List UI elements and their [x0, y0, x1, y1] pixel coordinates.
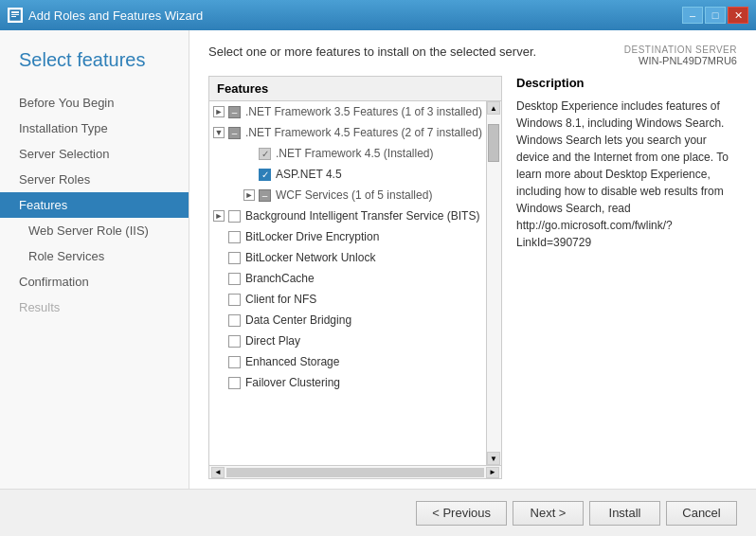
bottom-bar: < Previous Next > Install Cancel [0, 489, 756, 536]
list-item[interactable]: Data Center Bridging [209, 310, 486, 331]
list-item[interactable]: ► Background Intelligent Transfer Servic… [209, 205, 486, 226]
close-button[interactable]: ✕ [728, 7, 748, 24]
scroll-right-button[interactable]: ► [486, 467, 499, 478]
sidebar: Select features Before You Begin Install… [0, 30, 189, 489]
feature-checkbox[interactable]: ✓ [259, 148, 271, 160]
sidebar-item-server-selection[interactable]: Server Selection [0, 141, 189, 167]
list-item[interactable]: Direct Play [209, 331, 486, 351]
feature-checkbox[interactable] [228, 273, 241, 285]
feature-checkbox[interactable] [228, 314, 241, 327]
list-item[interactable]: ▼ – .NET Framework 4.5 Features (2 of 7 … [209, 122, 486, 143]
header-description: Select one or more features to install o… [208, 45, 536, 59]
scroll-up-button[interactable]: ▲ [487, 101, 500, 115]
features-area: Features ► – .NET Framework 3.5 Features… [189, 76, 756, 489]
description-title: Description [516, 76, 737, 90]
feature-checkbox[interactable] [228, 335, 241, 348]
window-controls: – □ ✕ [682, 7, 748, 24]
install-button[interactable]: Install [589, 501, 660, 526]
scroll-track[interactable] [487, 115, 501, 452]
feature-checkbox[interactable] [228, 377, 241, 389]
expand-icon[interactable]: ► [243, 189, 255, 201]
right-content: Select one or more features to install o… [189, 30, 756, 489]
window-title: Add Roles and Features Wizard [28, 9, 203, 23]
feature-checkbox[interactable]: – [259, 189, 271, 202]
sidebar-item-confirmation[interactable]: Confirmation [0, 269, 189, 295]
feature-label: Failover Clustering [245, 376, 340, 389]
expand-icon[interactable]: ► [213, 106, 225, 117]
page-title: Select features [0, 40, 189, 90]
feature-label: .NET Framework 4.5 (Installed) [276, 147, 434, 160]
description-panel: Description Desktop Experience includes … [516, 76, 737, 479]
next-button[interactable]: Next > [513, 501, 584, 526]
feature-label: .NET Framework 4.5 Features (2 of 7 inst… [245, 126, 482, 139]
list-item[interactable]: Client for NFS [209, 289, 486, 310]
features-list[interactable]: ► – .NET Framework 3.5 Features (1 of 3 … [209, 101, 486, 465]
list-item[interactable]: ► – .NET Framework 3.5 Features (1 of 3 … [209, 101, 486, 122]
feature-checkbox[interactable] [228, 356, 241, 368]
feature-checkbox[interactable]: ✓ [259, 169, 271, 181]
expand-icon[interactable]: ▼ [213, 127, 225, 138]
content-area: Select features Before You Begin Install… [0, 30, 756, 489]
feature-label: ASP.NET 4.5 [276, 168, 342, 181]
sidebar-item-web-server-role[interactable]: Web Server Role (IIS) [0, 218, 189, 243]
horizontal-scrollbar[interactable]: ◄ ► [209, 465, 501, 478]
scroll-down-button[interactable]: ▼ [487, 452, 500, 465]
feature-checkbox[interactable]: – [228, 127, 241, 139]
feature-checkbox[interactable] [228, 294, 241, 306]
feature-label: Direct Play [245, 334, 300, 348]
feature-label: BitLocker Drive Encryption [245, 230, 379, 243]
app-icon [8, 8, 23, 23]
title-bar-left: Add Roles and Features Wizard [8, 8, 203, 23]
list-item[interactable]: BitLocker Network Unlock [209, 247, 486, 268]
feature-label: BitLocker Network Unlock [245, 251, 375, 264]
vertical-scrollbar[interactable]: ▲ ▼ [486, 101, 501, 465]
minimize-button[interactable]: – [682, 7, 703, 24]
sidebar-item-before-you-begin[interactable]: Before You Begin [0, 90, 189, 116]
feature-label: .NET Framework 3.5 Features (1 of 3 inst… [245, 105, 482, 118]
features-header: Features [209, 77, 501, 101]
title-bar: Add Roles and Features Wizard – □ ✕ [0, 0, 756, 30]
destination-server-label: DESTINATION SERVER [624, 45, 737, 55]
hscroll-thumb[interactable] [226, 468, 484, 477]
maximize-button[interactable]: □ [705, 7, 726, 24]
sidebar-item-server-roles[interactable]: Server Roles [0, 167, 189, 192]
list-item[interactable]: ► – WCF Services (1 of 5 installed) [209, 185, 486, 205]
svg-rect-1 [11, 11, 19, 13]
list-item[interactable]: Enhanced Storage [209, 351, 486, 372]
sidebar-item-role-services[interactable]: Role Services [0, 243, 189, 269]
main-container: Select features Before You Begin Install… [0, 30, 756, 536]
description-text: Desktop Experience includes features of … [516, 98, 737, 251]
scroll-thumb[interactable] [488, 124, 499, 162]
feature-label: Enhanced Storage [245, 355, 339, 368]
feature-label: BranchCache [245, 272, 315, 285]
svg-rect-2 [11, 14, 19, 15]
feature-label: Data Center Bridging [245, 313, 351, 327]
header-area: Select one or more features to install o… [189, 30, 756, 76]
cancel-button[interactable]: Cancel [666, 501, 737, 526]
feature-checkbox[interactable] [228, 210, 241, 223]
list-item[interactable]: ✓ .NET Framework 4.5 (Installed) [209, 143, 486, 164]
svg-rect-3 [11, 16, 16, 17]
list-item[interactable]: BranchCache [209, 268, 486, 289]
feature-label: WCF Services (1 of 5 installed) [276, 188, 432, 202]
destination-server: DESTINATION SERVER WIN-PNL49D7MRU6 [624, 45, 737, 66]
feature-checkbox[interactable] [228, 252, 241, 264]
scroll-left-button[interactable]: ◄ [211, 467, 225, 478]
list-item[interactable]: ✓ ASP.NET 4.5 [209, 164, 486, 185]
feature-label: Client for NFS [245, 293, 316, 306]
feature-checkbox[interactable]: – [228, 106, 241, 118]
sidebar-item-results: Results [0, 295, 189, 320]
features-inner: ► – .NET Framework 3.5 Features (1 of 3 … [209, 101, 501, 465]
feature-checkbox[interactable] [228, 231, 241, 243]
destination-server-name: WIN-PNL49D7MRU6 [624, 55, 737, 66]
list-item[interactable]: BitLocker Drive Encryption [209, 226, 486, 247]
sidebar-item-features[interactable]: Features [0, 192, 189, 218]
sidebar-item-installation-type[interactable]: Installation Type [0, 116, 189, 141]
list-item[interactable]: Failover Clustering [209, 372, 486, 393]
features-panel: Features ► – .NET Framework 3.5 Features… [208, 76, 502, 479]
expand-icon[interactable]: ► [213, 210, 225, 222]
feature-label: Background Intelligent Transfer Service … [245, 209, 479, 223]
previous-button[interactable]: < Previous [416, 501, 507, 526]
